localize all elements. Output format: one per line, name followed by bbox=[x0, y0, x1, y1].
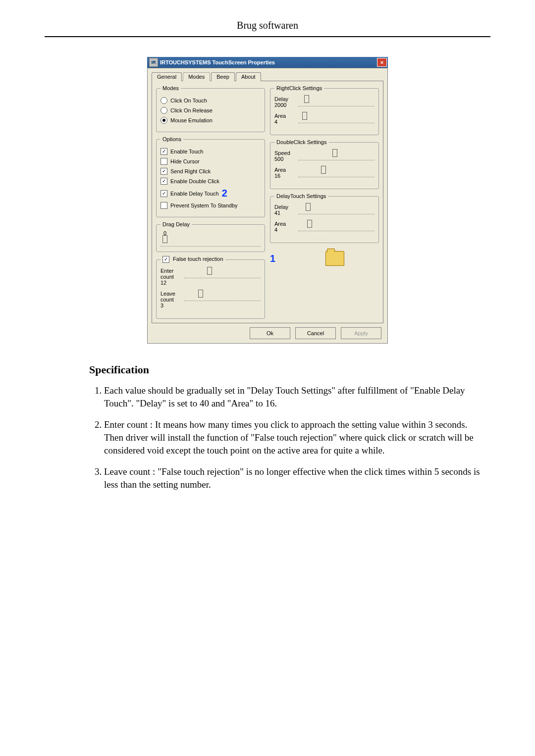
check-enable-touch[interactable]: Enable Touch bbox=[160, 148, 261, 155]
doubleclick-area-slider[interactable] bbox=[298, 167, 374, 177]
apply-button[interactable]: Apply bbox=[341, 327, 381, 339]
rightclick-area-value: 4 bbox=[274, 119, 294, 125]
group-delaytouch: DelayTouch Settings Delay 41 Area bbox=[270, 193, 379, 243]
radio-mouse-emulation[interactable]: Mouse Emulation bbox=[160, 117, 261, 124]
rightclick-area-slider[interactable] bbox=[298, 113, 374, 123]
doubleclick-speed-slider[interactable] bbox=[298, 150, 374, 160]
rightclick-delay-slider[interactable] bbox=[298, 96, 374, 106]
specification-list: Each value should be gradually set in "D… bbox=[89, 384, 490, 491]
specification-heading: Specification bbox=[89, 363, 490, 376]
cancel-button[interactable]: Cancel bbox=[295, 327, 336, 339]
options-legend: Options bbox=[160, 136, 183, 142]
check-enable-double-click[interactable]: Enable Double Click bbox=[160, 178, 261, 185]
rightclick-delay-value: 2000 bbox=[274, 102, 294, 108]
leave-count-label: Leave count bbox=[160, 291, 180, 302]
leave-count-slider[interactable] bbox=[184, 291, 261, 301]
delaytouch-legend: DelayTouch Settings bbox=[274, 193, 328, 199]
rightclick-legend: RightClick Settings bbox=[274, 85, 324, 91]
leave-count-value: 3 bbox=[160, 302, 180, 308]
spec-item-1: Each value should be gradually set in "D… bbox=[104, 384, 490, 409]
drag-delay-value: 0 bbox=[163, 230, 261, 236]
enter-count-slider[interactable] bbox=[184, 268, 261, 278]
doubleclick-speed-value: 500 bbox=[274, 156, 294, 162]
app-icon: IR bbox=[149, 58, 158, 67]
tab-general[interactable]: General bbox=[152, 72, 182, 81]
group-doubleclick: DoubleClick Settings Speed 500 Ar bbox=[270, 139, 379, 189]
false-touch-legend: False touch rejection bbox=[160, 256, 225, 263]
tab-pane-modes: Modes Click On Touch Click On Release Mo… bbox=[152, 81, 383, 323]
check-send-right-click[interactable]: Send Right Click bbox=[160, 168, 261, 175]
enter-count-value: 12 bbox=[160, 280, 180, 286]
group-rightclick: RightClick Settings Delay 2000 Ar bbox=[270, 85, 379, 135]
delaytouch-area-slider[interactable] bbox=[298, 221, 374, 231]
folder-icon[interactable] bbox=[325, 251, 344, 266]
doubleclick-area-value: 16 bbox=[274, 173, 294, 179]
group-false-touch: False touch rejection Enter count 12 bbox=[156, 256, 265, 319]
ok-button[interactable]: Ok bbox=[250, 327, 290, 339]
close-icon[interactable]: × bbox=[377, 58, 387, 67]
drag-delay-legend: Drag Delay bbox=[160, 221, 192, 227]
radio-click-on-touch[interactable]: Click On Touch bbox=[160, 97, 261, 104]
titlebar: IR IRTOUCHSYSTEMS TouchScreen Properties… bbox=[147, 57, 388, 68]
doubleclick-legend: DoubleClick Settings bbox=[274, 139, 329, 145]
check-enable-delay-touch[interactable]: Enable Delay Touch 2 bbox=[160, 188, 261, 199]
tab-modes[interactable]: Modes bbox=[183, 72, 210, 81]
properties-dialog: IR IRTOUCHSYSTEMS TouchScreen Properties… bbox=[147, 57, 388, 344]
tab-about[interactable]: About bbox=[236, 72, 261, 81]
check-false-touch[interactable] bbox=[162, 256, 169, 263]
check-prevent-standby[interactable]: Prevent System To Standby bbox=[160, 202, 261, 209]
delaytouch-delay-value: 41 bbox=[274, 210, 294, 216]
window-title: IRTOUCHSYSTEMS TouchScreen Properties bbox=[160, 59, 377, 65]
check-hide-cursor[interactable]: Hide Cursor bbox=[160, 158, 261, 165]
drag-delay-slider[interactable] bbox=[160, 236, 261, 247]
group-modes: Modes Click On Touch Click On Release Mo… bbox=[156, 85, 265, 132]
modes-legend: Modes bbox=[160, 85, 181, 91]
group-drag-delay: Drag Delay 0 bbox=[156, 221, 265, 252]
annotation-1: 1 bbox=[270, 253, 275, 264]
delaytouch-delay-slider[interactable] bbox=[298, 204, 374, 214]
tab-beep[interactable]: Beep bbox=[211, 72, 235, 81]
spec-item-2: Enter count : It means how many times yo… bbox=[104, 418, 490, 456]
enter-count-label: Enter count bbox=[160, 268, 180, 280]
tab-strip: General Modes Beep About bbox=[152, 72, 383, 81]
radio-click-on-release[interactable]: Click On Release bbox=[160, 107, 261, 114]
delaytouch-area-value: 4 bbox=[274, 227, 294, 233]
page-title: Brug softwaren bbox=[45, 20, 490, 37]
spec-item-3: Leave count : "False touch rejection" is… bbox=[104, 465, 490, 491]
group-options: Options Enable Touch Hide Cursor Send Ri… bbox=[156, 136, 265, 217]
annotation-2: 2 bbox=[222, 188, 227, 199]
